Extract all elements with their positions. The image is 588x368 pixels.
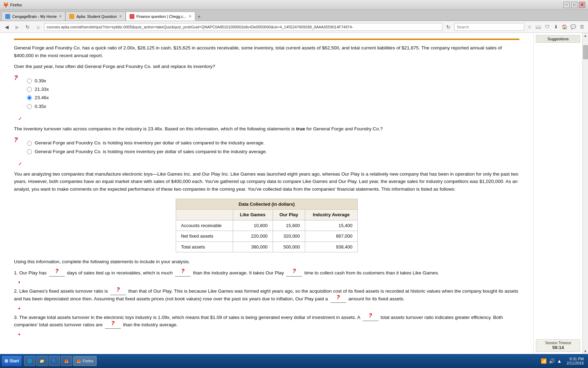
back-button[interactable]: ◀ [2,22,11,32]
q1-feedback: ✓ [18,115,519,122]
stmt1-dot: ● [18,279,519,285]
table-cell-nfa-lg: 220,000 [233,231,273,242]
reload-button[interactable]: ↻ [23,22,32,32]
blank-1c-qmark: ? [293,267,296,276]
session-timeout-box: Session Timeout 59:14 [536,339,580,352]
question-2-intro: The inventory turnover ratio across comp… [14,125,519,133]
nav-right-icons: ☆ 📖 🛡 ⬇ 🏠 💬 ☰ [526,23,586,31]
q1-option-2-label: 21.33x [35,86,49,93]
network-icon[interactable]: 📶 [541,358,547,364]
arrow-up-icon[interactable]: ▲ [557,358,562,364]
folder-icon: 📁 [40,359,44,363]
menu-icon[interactable]: ☰ [578,23,586,31]
table-col-3: Industry Average [305,210,357,220]
tab-cengagebrain[interactable]: CengageBrain - My Home ✕ [1,12,65,21]
close-button[interactable]: ✕ [579,2,585,8]
q1-option-1-label: 0.39x [35,77,46,84]
q1-radio-3[interactable] [27,95,32,100]
tab-chegg[interactable]: Finance question | Chegg.c... ✕ [126,12,195,21]
table-cell-ar-label: Accounts receivable [176,220,233,231]
question-3-intro: You are analyzing two companies that man… [14,170,519,193]
statement-3: 3. The average total assets turnover in … [14,314,519,329]
scroll-up-arrow[interactable]: ▲ [583,33,588,38]
minimize-button[interactable]: ─ [564,2,570,8]
q1-option-2[interactable]: 21.33x [27,86,49,93]
tab-chegg-close[interactable]: ✕ [189,14,191,18]
shield-icon[interactable]: 🛡 [543,23,551,31]
blank-1b-qmark: ? [181,267,185,276]
q1-option-3[interactable]: 23.46x [27,94,49,101]
taskbar-item-chrome[interactable]: 🔵 [49,356,60,366]
blank-1b[interactable]: ? [175,271,191,277]
blank-1a[interactable]: ? [49,271,65,277]
blank-3a[interactable]: ? [363,315,378,321]
q2-annotation: ? [14,137,18,143]
table-cell-ar-op: 15,600 [273,220,305,231]
chrome-icon: 🔵 [52,359,57,363]
navigation-bar: ◀ ▶ ↻ ⌂ ↻ ☆ 📖 🛡 ⬇ 🏠 💬 ☰ [0,21,588,33]
q1-radio-2[interactable] [27,87,32,92]
q2-radio-2[interactable] [27,149,32,154]
suggestions-label: Suggestions [547,37,569,41]
q2-option-2[interactable]: General Forge and Foundry Co. is holding… [27,148,267,155]
reading-mode-icon[interactable]: 📖 [534,23,542,31]
page-content: General Forge and Foundry Co. has a quic… [0,33,533,354]
address-bar[interactable] [44,23,442,31]
bookmark-star-icon[interactable]: ☆ [526,23,533,31]
suggestions-box[interactable]: Suggestions [536,35,580,43]
q1-annotation: ? [14,75,18,81]
taskbar-item-active-firefox[interactable]: 🦊 Firefox [73,356,97,366]
blank-1a-qmark: ? [55,267,58,276]
vertical-scrollbar[interactable]: ▲ ▼ [582,33,588,354]
active-firefox-icon: 🦊 [76,359,81,363]
scroll-down-arrow[interactable]: ▼ [583,349,588,354]
statement-2: 2. Like Games's fixed assets turnover ra… [14,287,519,302]
start-button[interactable]: ⊞ Start [1,355,22,367]
tab-aplia[interactable]: Aplia: Student Question ✕ [65,12,126,21]
blank-2b[interactable]: ? [330,297,346,303]
search-input[interactable] [454,23,524,31]
taskbar: ⊞ Start 🌐 📁 🔵 🦊 🦊 Firefox 📶 🔊 ▲ 9:31 PM … [0,354,588,368]
table-col-2: Our Play [273,210,305,220]
taskbar-items: 🌐 📁 🔵 🦊 🦊 Firefox [22,356,539,366]
q2-option-1[interactable]: General Forge and Foundry Co. is holding… [27,139,267,146]
intro-paragraph: General Forge and Foundry Co. has a quic… [14,44,519,59]
q1-option-1[interactable]: 0.39x [27,77,49,84]
blank-2b-qmark: ? [336,293,340,302]
blank-3b[interactable]: ? [105,323,121,329]
table-cell-ar-ind: 15,400 [305,220,357,231]
chegg-favicon [130,14,134,19]
maximize-button[interactable]: □ [571,2,578,8]
taskbar-item-ie[interactable]: 🌐 [24,356,35,366]
taskbar-item-firefox[interactable]: 🦊 [61,356,72,366]
chat-icon[interactable]: 💬 [569,23,577,31]
question-1-text: Over the past year, how often did Genera… [14,63,519,70]
blank-2a[interactable]: ? [110,289,126,295]
table-cell-ta-ind: 938,400 [305,241,357,252]
tab-chegg-label: Finance question | Chegg.c... [136,14,187,19]
volume-icon[interactable]: 🔊 [549,358,555,364]
table-cell-ta-label: Total assets [176,241,233,252]
q1-radio-1[interactable] [27,79,32,83]
home-nav-icon[interactable]: 🏠 [561,23,568,31]
tab-cengagebrain-label: CengageBrain - My Home [12,14,57,19]
q1-radio-4[interactable] [27,104,32,109]
table-row: Total assets 380,000 500,000 938,400 [176,241,358,252]
forward-button[interactable]: ▶ [13,22,22,32]
new-tab-button[interactable]: + [195,13,203,21]
blank-2a-qmark: ? [117,285,120,294]
tab-aplia-close[interactable]: ✕ [119,14,122,18]
tab-bar: CengageBrain - My Home ✕ Aplia: Student … [0,10,588,21]
blank-1c[interactable]: ? [286,271,302,277]
tab-cengagebrain-close[interactable]: ✕ [59,14,62,18]
ie-icon: 🌐 [27,359,32,363]
refresh-button[interactable]: ↻ [444,22,453,32]
download-icon[interactable]: ⬇ [552,23,560,31]
home-button[interactable]: ⌂ [34,22,43,32]
taskbar-system-icons: 📶 🔊 ▲ [539,358,564,364]
taskbar-clock[interactable]: 9:31 PM 2/11/2016 [564,357,587,365]
q2-radio-1[interactable] [27,141,32,146]
taskbar-item-explorer[interactable]: 📁 [36,356,48,366]
scroll-thumb[interactable] [583,45,588,59]
q1-option-4[interactable]: 0.35x [27,103,49,110]
